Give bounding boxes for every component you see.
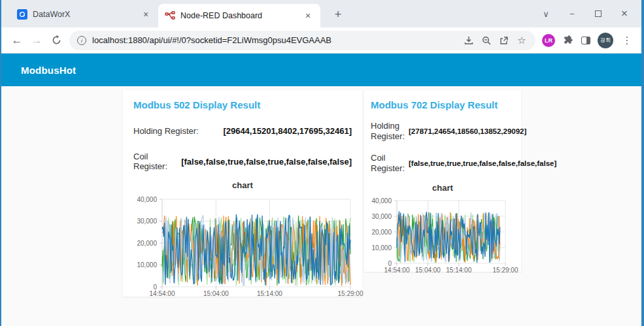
address-bar[interactable]: i localhost:1880/api/ui/#!/0?socketid=F2…	[69, 31, 535, 50]
holding-register-label: Holding Register:	[133, 126, 199, 136]
download-icon[interactable]	[463, 35, 475, 46]
tab-strip: DataWorX × Node-RED Dashboard × + ∨ − ×	[1, 0, 641, 27]
chart-plot[interactable]: 010,00020,00030,00040,00014:54:0015:04:0…	[133, 194, 352, 299]
coil-register-label: Coil Register:	[133, 152, 177, 171]
svg-text:40,000: 40,000	[137, 196, 157, 203]
modbus-702-card: Modbus 702 Display Result Holding Regist…	[364, 90, 521, 272]
svg-text:0: 0	[153, 284, 157, 291]
tab-search-icon[interactable]: ∨	[533, 0, 559, 27]
browser-menu-icon[interactable]: ⋮	[620, 35, 634, 46]
window-controls: ∨ − ×	[533, 0, 637, 27]
svg-text:10,000: 10,000	[137, 261, 157, 269]
site-info-icon[interactable]: i	[77, 36, 86, 45]
svg-text:10,000: 10,000	[371, 244, 392, 252]
chart-plot[interactable]: 010,00020,00030,00040,00014:54:0015:04:0…	[371, 197, 515, 276]
chart-widget: chart 010,00020,00030,00040,00014:54:001…	[371, 183, 515, 276]
extensions-puzzle-icon[interactable]	[562, 35, 574, 46]
page-title: ModbusHot	[21, 65, 76, 76]
holding-register-row: Holding Register: [29644,15201,8402,1769…	[133, 126, 352, 136]
browser-toolbar: ← → i localhost:1880/api/ui/#!/0?socketi…	[1, 27, 641, 54]
svg-text:0: 0	[388, 260, 392, 267]
svg-text:15:14:00: 15:14:00	[446, 267, 471, 274]
maximize-button[interactable]	[585, 0, 611, 27]
svg-text:15:29:00: 15:29:00	[493, 267, 518, 274]
maximize-icon	[595, 10, 602, 17]
svg-text:20,000: 20,000	[137, 240, 157, 247]
coil-register-value: [false,true,true,true,false,false,false,…	[409, 159, 556, 167]
dashboard-header: ModbusHot	[1, 54, 641, 86]
profile-avatar[interactable]: 경희	[598, 33, 613, 48]
new-tab-button[interactable]: +	[330, 6, 347, 23]
close-tab-icon[interactable]: ×	[302, 10, 314, 22]
svg-text:15:14:00: 15:14:00	[257, 290, 282, 297]
chart-widget: chart 010,00020,00030,00040,00014:54:001…	[133, 180, 352, 299]
holding-register-value: [29644,15201,8402,17695,32461]	[223, 126, 352, 136]
modbus-502-card: Modbus 502 Display Result Holding Regist…	[123, 90, 362, 297]
holding-register-value: [27871,24654,18560,13852,29092]	[409, 127, 526, 135]
zoom-out-icon[interactable]	[481, 35, 492, 46]
chart-title: chart	[133, 180, 352, 190]
dataworx-favicon-icon	[17, 9, 27, 20]
svg-text:30,000: 30,000	[371, 213, 392, 220]
side-panel-icon[interactable]	[581, 37, 590, 44]
share-icon[interactable]	[498, 35, 510, 46]
svg-text:15:29:00: 15:29:00	[338, 290, 364, 297]
tab-node-red-dashboard[interactable]: Node-RED Dashboard ×	[158, 4, 320, 27]
card-title: Modbus 502 Display Result	[133, 99, 352, 110]
holding-register-label: Holding Register:	[371, 121, 405, 142]
reload-button[interactable]	[47, 31, 65, 50]
svg-text:15:04:00: 15:04:00	[415, 267, 441, 274]
svg-text:30,000: 30,000	[137, 218, 157, 225]
close-icon: ×	[621, 7, 628, 20]
svg-text:20,000: 20,000	[371, 229, 392, 236]
svg-text:14:54:00: 14:54:00	[384, 267, 410, 274]
dashboard-content: Modbus 502 Display Result Holding Regist…	[1, 86, 641, 325]
svg-text:15:04:00: 15:04:00	[203, 290, 229, 297]
tab-dataworx[interactable]: DataWorX ×	[12, 5, 157, 24]
bookmark-star-icon[interactable]: ☆	[516, 35, 528, 46]
coil-register-value: [false,false,true,false,true,false,false…	[181, 157, 352, 167]
card-title: Modbus 702 Display Result	[371, 99, 515, 110]
back-button[interactable]: ←	[8, 31, 26, 50]
minimize-button[interactable]: −	[559, 0, 585, 27]
tab-title: DataWorX	[33, 10, 135, 19]
tab-title: Node-RED Dashboard	[180, 11, 297, 20]
chart-title: chart	[371, 183, 515, 193]
coil-register-row: Coil Register: [false,true,true,true,fal…	[371, 153, 515, 174]
url-text[interactable]: localhost:1880/api/ui/#!/0?socketid=F2Li…	[92, 35, 457, 45]
browser-window: DataWorX × Node-RED Dashboard × + ∨ − × …	[0, 0, 644, 326]
node-red-favicon-icon	[165, 10, 175, 21]
holding-register-row: Holding Register: [27871,24654,18560,138…	[371, 121, 515, 142]
close-window-button[interactable]: ×	[611, 0, 637, 27]
reload-icon	[52, 35, 61, 45]
svg-text:14:54:00: 14:54:00	[150, 290, 175, 297]
coil-register-label: Coil Register:	[371, 153, 405, 174]
forward-button: →	[27, 31, 46, 50]
svg-text:40,000: 40,000	[371, 197, 392, 204]
extensions-area: LR 경희 ⋮	[542, 33, 635, 48]
coil-register-row: Coil Register: [false,false,true,false,t…	[133, 152, 352, 171]
lr-extension-icon[interactable]: LR	[542, 34, 555, 47]
close-tab-icon[interactable]: ×	[140, 8, 152, 20]
